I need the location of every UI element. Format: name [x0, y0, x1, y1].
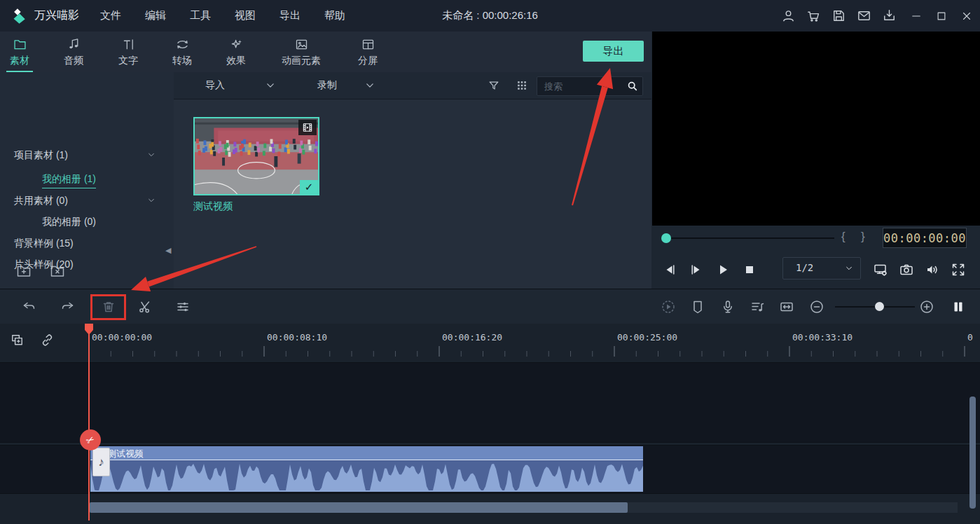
tab-media[interactable]: 素材 — [7, 37, 32, 67]
menu-item-1[interactable]: 编辑 — [145, 9, 166, 22]
media-toolbar: 导入 录制 — [174, 72, 651, 99]
timeline-audio-clip[interactable]: 测试视频 ♪ — [90, 446, 643, 492]
quality-value: 1/2 — [796, 262, 813, 273]
sidebar-item-0[interactable]: 项目素材 (1) — [14, 149, 68, 162]
menu-item-2[interactable]: 工具 — [190, 9, 211, 22]
media-clip-name[interactable]: 测试视频 — [193, 200, 233, 213]
tab-label: 动画元素 — [282, 55, 321, 67]
grid-view-icon[interactable] — [515, 78, 529, 92]
chevron-down-icon[interactable] — [146, 195, 157, 206]
sidebar-collapse-icon[interactable]: ◀ — [165, 246, 171, 255]
audio-mixer-button[interactable] — [749, 298, 766, 315]
menu-item-5[interactable]: 帮助 — [324, 9, 345, 22]
tab-label: 效果 — [226, 55, 246, 67]
zoom-in-button[interactable] — [918, 298, 935, 315]
playhead-cut-button[interactable]: ✂ — [80, 429, 101, 450]
close-button[interactable] — [960, 10, 973, 22]
timeline-horizontal-scrollbar-track[interactable] — [89, 502, 958, 513]
user-icon[interactable] — [780, 8, 796, 24]
preview-scrubber-row: { } 00:00:00:00 — [651, 226, 980, 251]
video-track-lane[interactable] — [0, 362, 980, 443]
search-input[interactable] — [543, 78, 623, 95]
split-button[interactable] — [137, 298, 153, 315]
display-settings-icon[interactable] — [872, 261, 889, 278]
effects-icon — [229, 37, 244, 52]
music-icon — [67, 37, 81, 52]
tab-transition[interactable]: 转场 — [170, 37, 195, 67]
sidebar-item-4[interactable]: 背景样例 (15) — [14, 237, 74, 250]
search-icon[interactable] — [626, 79, 639, 92]
scrubber-track[interactable] — [671, 237, 834, 239]
delete-button[interactable] — [100, 298, 117, 315]
adjust-button[interactable] — [174, 298, 191, 315]
next-frame-button[interactable] — [688, 261, 705, 278]
clip-header: 测试视频 — [90, 446, 643, 460]
maximize-button[interactable] — [935, 10, 948, 22]
mark-in-button[interactable]: { — [841, 230, 846, 244]
sidebar-item-1[interactable]: 我的相册 (1) — [42, 173, 96, 188]
render-preview-button[interactable] — [660, 298, 677, 315]
zoom-out-button[interactable] — [808, 298, 825, 315]
link-icon[interactable] — [39, 332, 55, 348]
media-clip-thumbnail[interactable]: ✓ — [193, 117, 319, 195]
save-icon[interactable] — [831, 8, 847, 24]
sidebar-item-3[interactable]: 我的相册 (0) — [42, 216, 96, 228]
preview-quality-dropdown[interactable]: 1/2 — [782, 257, 861, 280]
import-button[interactable]: 导入 — [205, 79, 225, 92]
timeline-zoom-knob[interactable] — [875, 302, 884, 311]
tab-label: 转场 — [172, 55, 192, 67]
filmora-app-window: 万兴喵影 文件编辑工具视图导出帮助 未命名 : 00:00:26:16 导出 素… — [0, 0, 980, 524]
menu-item-4[interactable]: 导出 — [279, 9, 301, 22]
download-icon[interactable] — [881, 8, 897, 24]
cart-icon[interactable] — [806, 8, 822, 24]
tab-label: 音频 — [64, 55, 83, 67]
chevron-down-icon — [843, 263, 855, 274]
film-icon — [301, 121, 314, 134]
menu-bar: 文件编辑工具视图导出帮助 — [100, 9, 345, 22]
fullscreen-icon[interactable] — [950, 261, 967, 278]
tab-split[interactable]: 分屏 — [355, 37, 380, 67]
folder-icon — [13, 37, 27, 52]
fit-timeline-button[interactable] — [778, 298, 795, 315]
ruler-label: 0 — [967, 332, 973, 343]
tab-audio[interactable]: 音频 — [61, 37, 86, 67]
playhead-handle[interactable] — [85, 324, 93, 336]
play-button[interactable] — [715, 261, 731, 278]
panel-layout-button[interactable] — [950, 298, 967, 315]
previous-frame-button[interactable] — [661, 261, 678, 278]
tab-text[interactable]: 文字 — [116, 37, 141, 67]
tab-elements[interactable]: 动画元素 — [280, 37, 322, 67]
media-panel: 导入 录制 — [174, 72, 651, 289]
tab-label: 文字 — [118, 55, 138, 67]
sidebar-item-5[interactable]: 片头样例 (20) — [14, 258, 74, 271]
scrubber-handle[interactable] — [661, 233, 671, 243]
redo-button[interactable] — [59, 298, 76, 315]
timeline-horizontal-scrollbar-thumb[interactable] — [90, 502, 628, 513]
video-type-badge — [298, 120, 317, 135]
volume-icon[interactable] — [924, 261, 941, 278]
tab-effects[interactable]: 效果 — [223, 37, 249, 67]
mark-out-button[interactable]: } — [861, 230, 865, 244]
stop-button[interactable] — [741, 261, 758, 278]
record-button[interactable]: 录制 — [317, 79, 337, 92]
timeline-vertical-scrollbar[interactable] — [969, 397, 976, 509]
chevron-down-icon[interactable] — [146, 149, 157, 160]
record-voiceover-button[interactable] — [719, 298, 736, 315]
add-track-icon[interactable] — [9, 332, 25, 348]
clip-note-thumbnail: ♪ — [92, 448, 110, 476]
playhead-line[interactable] — [88, 324, 90, 520]
minimize-button[interactable] — [910, 10, 923, 22]
snapshot-icon[interactable] — [898, 261, 915, 278]
menu-item-0[interactable]: 文件 — [100, 9, 121, 22]
export-button[interactable]: 导出 — [583, 41, 644, 62]
sidebar-item-2[interactable]: 共用素材 (0) — [14, 195, 68, 207]
marker-button[interactable] — [689, 298, 706, 315]
menu-item-3[interactable]: 视图 — [235, 9, 256, 22]
filter-icon[interactable] — [487, 78, 501, 92]
import-chevron-icon[interactable] — [263, 78, 277, 92]
record-chevron-icon[interactable] — [363, 78, 377, 92]
mail-icon[interactable] — [856, 8, 872, 24]
split-icon — [361, 37, 375, 52]
undo-button[interactable] — [21, 298, 38, 315]
app-name: 万兴喵影 — [34, 8, 79, 23]
